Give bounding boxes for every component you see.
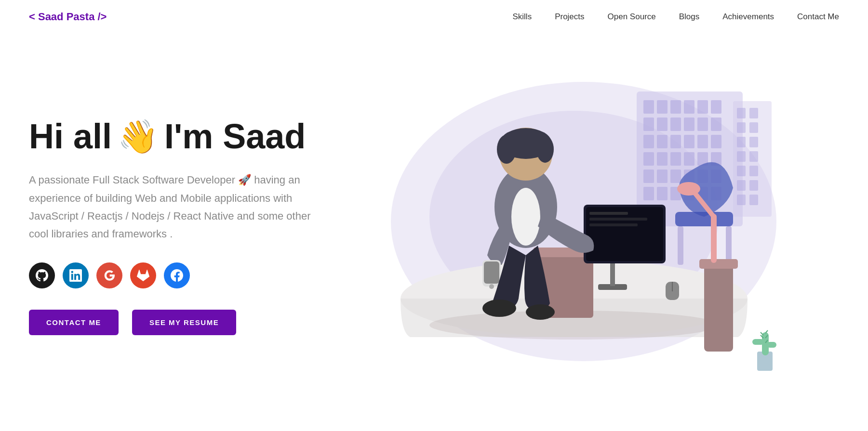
svg-rect-54 <box>675 212 733 226</box>
hero-description: A passionate Full Stack Software Develop… <box>29 171 328 243</box>
svg-rect-52 <box>737 195 746 205</box>
svg-rect-47 <box>749 151 758 162</box>
svg-rect-21 <box>643 152 654 166</box>
svg-rect-66 <box>589 218 647 221</box>
hero-section: Hi all 👋 I'm Saad A passionate Full Stac… <box>0 34 868 409</box>
svg-rect-18 <box>684 135 694 148</box>
svg-rect-8 <box>711 100 721 114</box>
svg-point-78 <box>489 284 494 289</box>
svg-rect-82 <box>699 259 738 269</box>
hero-title: Hi all 👋 I'm Saad <box>29 118 328 156</box>
gitlab-link[interactable] <box>130 262 156 288</box>
svg-point-80 <box>526 304 555 320</box>
nav-item-open-source[interactable]: Open Source <box>608 12 656 22</box>
svg-point-71 <box>511 188 540 246</box>
github-link[interactable] <box>29 262 55 288</box>
svg-rect-88 <box>752 339 764 345</box>
svg-rect-9 <box>643 118 654 131</box>
svg-rect-77 <box>484 261 499 284</box>
name-text: I'm Saad <box>164 118 306 156</box>
svg-rect-22 <box>657 152 668 166</box>
svg-rect-67 <box>589 223 638 226</box>
svg-rect-12 <box>684 118 694 131</box>
svg-rect-81 <box>704 265 733 352</box>
svg-rect-6 <box>684 100 694 114</box>
svg-rect-44 <box>737 137 746 147</box>
svg-rect-28 <box>657 170 668 183</box>
hero-buttons: CONTACT ME SEE MY RESUME <box>29 310 328 335</box>
svg-rect-53 <box>749 195 758 205</box>
see-resume-button[interactable]: SEE MY RESUME <box>132 310 236 335</box>
svg-rect-41 <box>749 108 758 118</box>
svg-rect-14 <box>711 118 721 131</box>
svg-rect-27 <box>643 170 654 183</box>
svg-rect-19 <box>697 135 708 148</box>
svg-rect-89 <box>767 342 776 348</box>
svg-rect-24 <box>684 152 694 166</box>
hero-left: Hi all 👋 I'm Saad A passionate Full Stac… <box>29 118 328 335</box>
svg-rect-4 <box>657 100 668 114</box>
illustration <box>367 63 801 390</box>
svg-point-79 <box>482 300 516 317</box>
svg-rect-34 <box>657 187 668 200</box>
svg-rect-7 <box>697 100 708 114</box>
illustration-svg <box>367 63 801 390</box>
svg-rect-45 <box>749 137 758 147</box>
svg-rect-43 <box>749 122 758 133</box>
wave-emoji: 👋 <box>118 118 159 155</box>
svg-rect-17 <box>670 135 681 148</box>
svg-rect-20 <box>711 135 721 148</box>
svg-rect-64 <box>586 207 663 261</box>
svg-rect-3 <box>643 100 654 114</box>
navbar: < Saad Pasta /> Skills Projects Open Sou… <box>0 0 868 34</box>
svg-rect-16 <box>657 135 668 148</box>
nav-links: Skills Projects Open Source Blogs Achiev… <box>512 12 839 22</box>
svg-rect-55 <box>678 226 683 265</box>
svg-rect-33 <box>643 187 654 200</box>
svg-rect-13 <box>697 118 708 131</box>
svg-rect-50 <box>737 180 746 191</box>
svg-rect-15 <box>643 135 654 148</box>
svg-rect-29 <box>670 170 681 183</box>
svg-rect-11 <box>670 118 681 131</box>
svg-rect-49 <box>749 166 758 176</box>
svg-rect-48 <box>737 166 746 176</box>
social-icons <box>29 262 328 288</box>
hero-right-illustration <box>328 63 839 390</box>
linkedin-link[interactable] <box>63 262 89 288</box>
nav-item-skills[interactable]: Skills <box>512 12 532 22</box>
nav-item-achievements[interactable]: Achievements <box>722 12 774 22</box>
site-logo[interactable]: < Saad Pasta /> <box>29 11 107 23</box>
svg-rect-40 <box>737 108 746 118</box>
greeting-text: Hi all <box>29 118 112 156</box>
nav-item-contact[interactable]: Contact Me <box>797 12 839 22</box>
nav-item-blogs[interactable]: Blogs <box>679 12 700 22</box>
svg-point-85 <box>677 182 700 196</box>
nav-item-projects[interactable]: Projects <box>555 12 584 22</box>
svg-rect-23 <box>670 152 681 166</box>
svg-rect-65 <box>589 212 628 215</box>
svg-point-74 <box>497 135 516 164</box>
svg-rect-10 <box>657 118 668 131</box>
facebook-link[interactable] <box>164 262 190 288</box>
google-link[interactable] <box>96 262 122 288</box>
contact-me-button[interactable]: CONTACT ME <box>29 310 119 335</box>
svg-rect-51 <box>749 180 758 191</box>
svg-point-75 <box>536 136 554 163</box>
svg-rect-5 <box>670 100 681 114</box>
svg-rect-46 <box>737 151 746 162</box>
svg-rect-42 <box>737 122 746 133</box>
